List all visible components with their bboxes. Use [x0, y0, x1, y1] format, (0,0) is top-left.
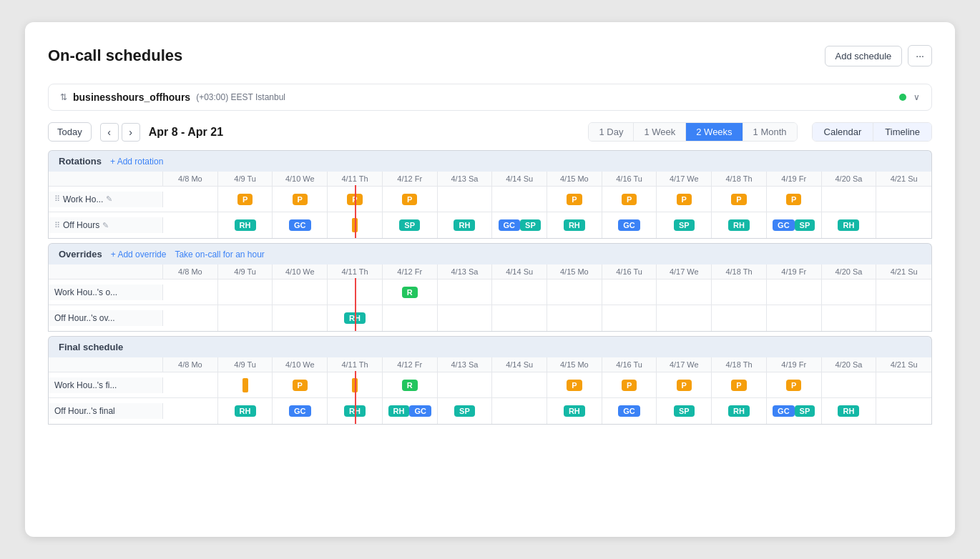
date-col-13: 4/21 Su — [876, 264, 931, 279]
badge-p: P — [731, 380, 746, 391]
cell-1-6 — [492, 398, 547, 424]
cell-1-5 — [438, 305, 493, 331]
date-col-12: 4/20 Sa — [822, 357, 877, 372]
cell-1-1 — [218, 305, 273, 331]
section-label-final: Final schedule — [59, 342, 123, 352]
date-col-0: 4/8 Mo — [163, 172, 218, 186]
cell-0-4: R — [383, 280, 438, 305]
cell-0-8: P — [602, 372, 657, 397]
more-options-button[interactable]: ··· — [908, 45, 932, 66]
page-title: On-call schedules — [48, 46, 182, 65]
date-col-1: 4/9 Tu — [218, 172, 273, 186]
row-label-0: Work Hou..'s fi... — [49, 377, 163, 393]
grid-row-1: Off Hour..'s finalRHGCRHRHGCSPRHGCSPRHGC… — [49, 398, 931, 424]
schedule-header: ⇅ businesshours_offhours (+03:00) EEST I… — [48, 84, 932, 111]
date-col-7: 4/15 Mo — [547, 264, 602, 279]
cell-0-11: P — [767, 187, 822, 212]
cell-1-13 — [876, 212, 931, 238]
cell-1-9: SP — [657, 212, 712, 238]
cell-1-8 — [602, 305, 657, 331]
badge-rh: RH — [728, 219, 750, 231]
date-col-3: 4/11 Th — [328, 357, 383, 372]
date-range: Apr 8 - Apr 21 — [149, 126, 223, 139]
nav-arrows: ‹ › — [100, 123, 140, 142]
cell-1-11: GCSP — [767, 398, 822, 424]
label-col-header — [49, 357, 163, 372]
view-1day[interactable]: 1 Day — [589, 123, 634, 141]
badge-gc: GC — [289, 405, 311, 417]
badge-rh: RH — [728, 405, 750, 417]
cell-0-3 — [328, 280, 383, 305]
cell-1-10: RH — [712, 398, 767, 424]
today-button[interactable]: Today — [48, 122, 92, 142]
cell-1-3 — [328, 212, 383, 238]
cell-0-11 — [767, 280, 822, 305]
row-label-1: Off Hour..'s ov... — [49, 310, 163, 326]
schedule-timezone: (+03:00) EEST Istanbul — [196, 92, 285, 102]
cell-1-11: GCSP — [767, 212, 822, 238]
cell-1-1: RH — [218, 212, 273, 238]
view-calendar[interactable]: Calendar — [813, 123, 874, 141]
cell-0-4: R — [383, 372, 438, 397]
cell-0-9 — [657, 280, 712, 305]
dates-row-overrides: 4/8 Mo4/9 Tu4/10 We4/11 Th4/12 Fr4/13 Sa… — [49, 264, 931, 280]
cell-0-12 — [822, 280, 877, 305]
date-col-12: 4/20 Sa — [822, 264, 877, 279]
cell-1-7 — [547, 305, 602, 331]
calendar-controls: Today ‹ › Apr 8 - Apr 21 1 Day 1 Week 2 … — [48, 122, 932, 142]
badge-gc: GC — [409, 405, 431, 417]
view-timeline[interactable]: Timeline — [873, 123, 931, 141]
main-card: On-call schedules Add schedule ··· ⇅ bus… — [25, 22, 955, 537]
view-mode-btns: Calendar Timeline — [812, 122, 932, 142]
grid-overrides: 4/8 Mo4/9 Tu4/10 We4/11 Th4/12 Fr4/13 Sa… — [48, 264, 932, 332]
view-1month[interactable]: 1 Month — [743, 123, 797, 141]
add-rotations-button[interactable]: + Add rotation — [110, 157, 163, 167]
view-2weeks[interactable]: 2 Weeks — [686, 123, 743, 141]
badge-p: P — [786, 380, 801, 391]
edit-icon[interactable]: ✎ — [106, 194, 112, 204]
badge-p: P — [567, 380, 582, 391]
cell-1-8: GC — [602, 398, 657, 424]
date-col-4: 4/12 Fr — [383, 172, 438, 186]
badge-p: P — [293, 194, 308, 205]
today-line — [355, 304, 356, 332]
date-col-8: 4/16 Tu — [602, 172, 657, 186]
date-col-11: 4/19 Fr — [767, 172, 822, 186]
next-button[interactable]: › — [122, 123, 140, 142]
cell-0-7: P — [547, 187, 602, 212]
prev-button[interactable]: ‹ — [100, 123, 119, 142]
add-schedule-button[interactable]: Add schedule — [825, 46, 903, 66]
dates-row-final: 4/8 Mo4/9 Tu4/10 We4/11 Th4/12 Fr4/13 Sa… — [49, 357, 931, 372]
edit-icon[interactable]: ✎ — [102, 221, 109, 230]
drag-handle-icon: ⠿ — [54, 221, 60, 230]
badge-p: P — [567, 194, 582, 205]
date-col-11: 4/19 Fr — [767, 264, 822, 279]
take-oncall-button[interactable]: Take on-call for an hour — [175, 249, 264, 259]
row-name: Off Hour..'s final — [54, 406, 115, 416]
cell-1-5: RH — [438, 212, 493, 238]
badge-rh: RH — [454, 219, 475, 231]
schedule-header-right: ∨ — [899, 92, 920, 102]
date-col-3: 4/11 Th — [328, 172, 383, 186]
label-col-header — [49, 264, 163, 279]
grid-row-0: ⠿Work Ho... ✎PPPPPPPPP — [49, 187, 931, 212]
schedule-grid: Rotations+ Add rotation4/8 Mo4/9 Tu4/10 … — [48, 150, 932, 425]
cell-0-1 — [218, 372, 273, 397]
cell-1-2: GC — [273, 398, 328, 424]
badge-sp: SP — [795, 219, 815, 231]
badge-sp: SP — [674, 405, 695, 417]
section-rotations: Rotations+ Add rotation4/8 Mo4/9 Tu4/10 … — [48, 150, 932, 239]
date-col-6: 4/14 Su — [492, 357, 547, 372]
badge-p: P — [622, 380, 637, 391]
add-overrides-button[interactable]: + Add override — [111, 249, 167, 259]
date-col-5: 4/13 Sa — [438, 264, 493, 279]
view-1week[interactable]: 1 Week — [634, 123, 686, 141]
chevron-down-icon[interactable]: ∨ — [913, 92, 920, 102]
cell-0-8: P — [602, 187, 657, 212]
grid-row-0: Work Hou..'s fi...PRPPPPP — [49, 372, 931, 398]
cell-0-0 — [163, 372, 218, 397]
cell-0-5 — [438, 280, 493, 305]
cell-0-6 — [492, 280, 547, 305]
date-col-10: 4/18 Th — [712, 264, 767, 279]
badge-rh: RH — [564, 405, 585, 417]
